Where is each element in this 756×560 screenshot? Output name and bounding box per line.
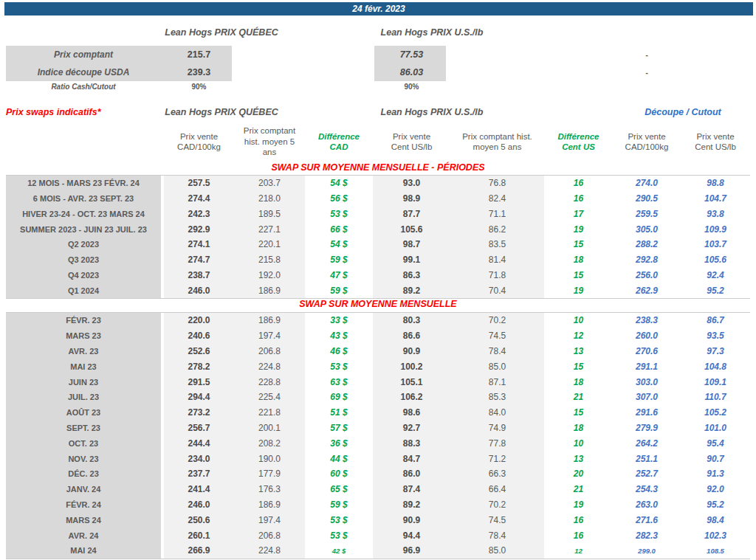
value-cell: 218.0	[234, 191, 305, 207]
value-cell: 224.8	[234, 359, 305, 374]
value-cell: 299.0	[613, 543, 681, 559]
value-cell: 16	[544, 176, 613, 191]
row-label: Q3 2023	[6, 252, 161, 268]
value-cell: 19	[544, 283, 613, 298]
value-cell: 206.8	[234, 344, 305, 359]
value-cell: 102.3	[681, 528, 750, 543]
value-cell: 259.5	[613, 207, 681, 222]
value-cell: 19	[544, 221, 613, 237]
value-cell: 291.6	[613, 405, 681, 421]
value-cell: 16	[544, 512, 613, 528]
value-cell: 190.0	[234, 451, 305, 466]
section-header-mensuelle: SWAP SUR MOYENNE MENSUELLE	[6, 299, 750, 309]
value-cell: 307.0	[613, 390, 681, 405]
value-cell: 71.8	[450, 268, 544, 283]
value-cell: 66.3	[450, 466, 544, 482]
value-cell: 13	[544, 344, 613, 359]
value-cell: 200.1	[234, 421, 305, 436]
value-cell: 291.5	[164, 374, 234, 390]
value-cell: 59 $	[305, 283, 373, 298]
row-label: JUIL. 23	[6, 390, 161, 405]
value-cell: 221.8	[234, 405, 305, 421]
column-header-prix-vente-cad: Prix vente CAD/100kg	[164, 124, 234, 159]
value-cell: 241.4	[164, 482, 234, 497]
value-cell: 186.9	[234, 283, 305, 298]
value-cell: 186.9	[234, 313, 305, 328]
value-cell: 108.5	[681, 543, 750, 559]
value-cell: 15	[544, 268, 613, 283]
value-cell: 274.0	[613, 176, 681, 191]
spot-row-label: Ratio Cash/Cutout	[6, 81, 161, 92]
value-cell: 86.7	[681, 313, 750, 328]
value-cell: 92.7	[373, 421, 450, 436]
value-cell: 98.9	[373, 191, 450, 207]
value-cell: 97.3	[681, 344, 750, 359]
row-label: HIVER 23-24 - OCT. 23 MARS 24	[6, 207, 161, 222]
row-label: MARS 24	[6, 512, 161, 528]
value-cell: 240.6	[164, 328, 234, 344]
value-cell: 98.4	[681, 512, 750, 528]
row-label: Q4 2023	[6, 268, 161, 283]
column-header-prix-comptant-hist-us: Prix comptant hist. moyen 5 ans	[450, 124, 544, 159]
value-cell: 21	[544, 482, 613, 497]
value-cell: 80.3	[373, 313, 450, 328]
value-cell: 263.0	[613, 497, 681, 513]
value-cell: 273.2	[164, 405, 234, 421]
value-cell: 86.2	[450, 221, 544, 237]
value-cell: 90.9	[373, 344, 450, 359]
value-cell: 228.8	[234, 374, 305, 390]
row-label: AVR. 23	[6, 344, 161, 359]
value-cell: 51 $	[305, 405, 373, 421]
spot-quebec-value: 215.7	[164, 46, 234, 63]
spot-us-value: 77.53	[373, 46, 450, 63]
value-cell: 290.5	[613, 191, 681, 207]
row-label: MAI 23	[6, 359, 161, 374]
periods-table: 12 MOIS - MARS 23 FÉVR. 24257.5203.754 $…	[6, 175, 750, 299]
row-label: Q1 2024	[6, 283, 161, 298]
value-cell: 93.8	[681, 207, 750, 222]
column-header-prix-vente-cent-us: Prix vente Cent US/lb	[373, 124, 450, 159]
value-cell: 53 $	[305, 207, 373, 222]
value-cell: 101.0	[681, 421, 750, 436]
swaps-title: Prix swaps indicatifs*	[6, 107, 101, 117]
row-label: AVR. 24	[6, 528, 161, 543]
row-label: 12 MOIS - MARS 23 FÉVR. 24	[6, 176, 161, 191]
spot-row: Prix comptant215.777.53-	[0, 46, 756, 63]
value-cell: 278.2	[164, 359, 234, 374]
value-cell: 292.9	[164, 221, 234, 237]
value-cell: 220.0	[164, 313, 234, 328]
value-cell: 57 $	[305, 421, 373, 436]
value-cell: 78.4	[450, 528, 544, 543]
value-cell: 95.4	[681, 435, 750, 451]
value-cell: 89.2	[373, 283, 450, 298]
spot-quebec-value: 239.3	[164, 63, 234, 81]
value-cell: 215.8	[234, 252, 305, 268]
value-cell: 274.4	[164, 191, 234, 207]
value-cell: 208.2	[234, 435, 305, 451]
value-cell: 256.7	[164, 421, 234, 436]
row-label: MAI 24	[6, 543, 161, 559]
value-cell: 238.3	[613, 313, 681, 328]
value-cell: 100.2	[373, 359, 450, 374]
value-cell: 66.4	[450, 482, 544, 497]
value-cell: 86.3	[373, 268, 450, 283]
value-cell: 238.7	[164, 268, 234, 283]
value-cell: 18	[544, 421, 613, 436]
value-cell: 274.7	[164, 252, 234, 268]
value-cell: 91.3	[681, 466, 750, 482]
value-cell: 197.4	[234, 512, 305, 528]
value-cell: 15	[544, 237, 613, 252]
value-cell: 81.4	[450, 252, 544, 268]
value-cell: 84.7	[373, 451, 450, 466]
value-cell: 303.0	[613, 374, 681, 390]
value-cell: 252.7	[613, 466, 681, 482]
value-cell: 203.7	[234, 176, 305, 191]
spot-quebec-value: 90%	[164, 81, 234, 92]
value-cell: 82.4	[450, 191, 544, 207]
value-cell: 56 $	[305, 191, 373, 207]
value-cell: 90.9	[373, 512, 450, 528]
value-cell: 18	[544, 252, 613, 268]
value-cell: 270.6	[613, 344, 681, 359]
value-cell: 12	[544, 543, 613, 559]
value-cell: 292.8	[613, 252, 681, 268]
